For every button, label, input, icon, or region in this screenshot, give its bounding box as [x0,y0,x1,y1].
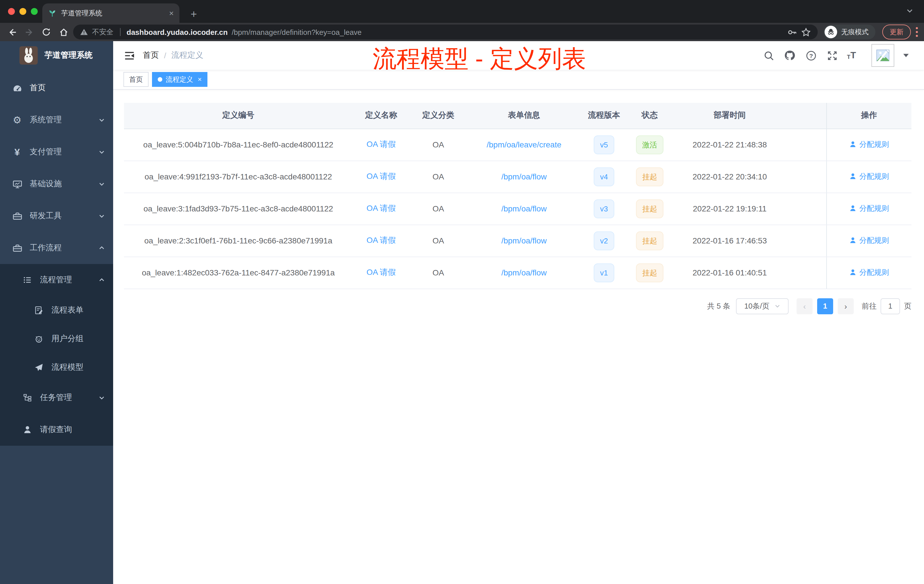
form-link[interactable]: /bpm/oa/flow [502,236,547,245]
tag-home[interactable]: 首页 [124,72,148,87]
user-icon [849,173,856,180]
cell-deploy-time: 2022-01-22 19:19:11 [673,193,787,224]
next-page-button[interactable]: › [838,298,854,314]
cell-spacer [787,160,826,193]
sidebar-item-process-form[interactable]: 流程表单 [0,296,113,325]
browser-window: 芋道管理系统 × + 不安全 dashboard.yudao.iocoder.c… [0,0,924,584]
browser-menu-icon[interactable] [916,27,918,37]
sidebar-item-label: 支付管理 [30,147,62,157]
definition-name-link[interactable]: OA 请假 [366,172,396,181]
user-icon [849,205,856,212]
tag-process-definition[interactable]: 流程定义 × [152,72,208,87]
assign-rule-button[interactable]: 分配规则 [849,236,889,246]
table-row: oa_leave:4:991f2193-7b7f-11ec-a3c8-acde4… [124,160,911,193]
new-tab-button[interactable]: + [186,8,201,21]
sidebar-item-leave-query[interactable]: 请假查询 [0,414,113,446]
overlay-annotation-title: 流程模型 - 定义列表 [373,46,586,72]
sidebar-item-home[interactable]: 首页 [0,72,113,104]
definition-name-link[interactable]: OA 请假 [366,203,396,213]
sidebar-item-user-group[interactable]: 用户分组 [0,325,113,353]
sidebar-menu: 首页 ⚙ 系统管理 ¥ 支付管理 基础设施 [0,70,113,446]
form-link[interactable]: /bpm/oa/flow [502,172,547,181]
table-row: oa_leave:5:004b710b-7b8a-11ec-8ef0-acde4… [124,129,911,160]
form-link[interactable]: /bpm/oa/leave/create [487,140,561,149]
sidebar-item-label: 流程表单 [51,305,83,315]
breadcrumb-separator: / [164,51,166,60]
app-title: 芋道管理系统 [45,50,92,61]
chevron-up-icon [98,244,105,251]
page-number-current[interactable]: 1 [817,298,833,314]
chevron-up-icon [98,277,105,284]
sidebar-item-task-management[interactable]: 任务管理 [0,382,113,414]
sidebar-item-dev-tools[interactable]: 研发工具 [0,200,113,232]
sidebar-item-process-model[interactable]: 流程模型 [0,353,113,382]
cell-deploy-time: 2022-01-16 17:46:53 [673,224,787,257]
cell-definition-id: oa_leave:3:1fad3d93-7b75-11ec-a3c8-acde4… [124,193,353,224]
assign-rule-button[interactable]: 分配规则 [849,139,889,150]
form-link[interactable]: /bpm/oa/flow [502,268,547,277]
column-header: 部署时间 [673,103,787,129]
cell-spacer [787,129,826,160]
cell-category: OA [410,193,467,224]
status-badge: 挂起 [636,231,663,250]
github-icon[interactable] [784,49,796,62]
column-header: 定义编号 [124,103,353,129]
table-row: oa_leave:2:3c1f0ef1-76b1-11ec-9c66-a2380… [124,224,911,257]
paper-plane-icon [33,363,45,372]
definition-name-link[interactable]: OA 请假 [366,236,396,244]
close-window-button[interactable] [8,8,15,15]
back-icon[interactable] [5,25,20,40]
sidebar-item-label: 请假查询 [40,425,72,435]
form-link[interactable]: /bpm/oa/flow [502,204,547,213]
column-header: 流程版本 [581,103,627,129]
app-logo[interactable]: 芋道管理系统 [0,41,113,70]
forward-icon[interactable] [22,25,36,40]
font-size-icon[interactable]: TT [847,51,856,60]
fullscreen-icon[interactable] [826,49,838,62]
cell-deploy-time: 2022-01-22 20:34:10 [673,160,787,193]
page-unit-label: 页 [904,301,911,311]
collapse-sidebar-icon[interactable] [119,45,139,66]
assign-rule-button[interactable]: 分配规则 [849,172,889,182]
tab-title: 芋道管理系统 [61,8,165,18]
password-key-icon[interactable] [787,27,797,37]
chevron-down-icon [98,213,105,219]
avatar-caret-down-icon[interactable] [903,53,909,58]
zoom-window-button[interactable] [31,8,38,15]
version-badge: v4 [594,167,614,186]
column-header: 定义名称 [353,103,410,129]
bookmark-star-icon[interactable] [801,27,811,37]
toolbox-icon [12,243,23,253]
assign-rule-button[interactable]: 分配规则 [849,203,889,214]
browser-tab[interactable]: 芋道管理系统 × [42,3,180,23]
sidebar-item-payment[interactable]: ¥ 支付管理 [0,136,113,168]
goto-page-input[interactable]: 1 [881,298,900,314]
browser-update-button[interactable]: 更新 [882,25,911,40]
column-header-spacer [787,103,826,129]
definition-name-link[interactable]: OA 请假 [366,139,396,148]
close-tag-icon[interactable]: × [198,76,202,83]
logo-image [20,46,38,64]
close-tab-icon[interactable]: × [169,9,174,17]
tab-search-chevron-icon[interactable] [906,7,914,15]
sidebar-item-workflow[interactable]: 工作流程 [0,232,113,264]
help-question-icon[interactable]: ? [805,49,817,62]
minimize-window-button[interactable] [20,8,26,15]
sidebar-item-process-management[interactable]: 流程管理 [0,264,113,296]
column-header: 状态 [627,103,673,129]
status-badge: 挂起 [636,199,663,218]
page-size-select[interactable]: 10条/页 [736,298,789,314]
avatar[interactable] [871,44,894,67]
prev-page-button[interactable]: ‹ [797,298,813,314]
search-icon[interactable] [762,49,775,62]
sidebar-item-system[interactable]: ⚙ 系统管理 [0,104,113,136]
home-icon[interactable] [56,25,71,40]
assign-rule-button[interactable]: 分配规则 [849,267,889,278]
reload-icon[interactable] [39,25,54,40]
cell-definition-id: oa_leave:2:3c1f0ef1-76b1-11ec-9c66-a2380… [124,224,353,257]
user-icon [849,141,856,148]
definition-name-link[interactable]: OA 请假 [366,267,396,277]
address-bar[interactable]: 不安全 dashboard.yudao.iocoder.cn/bpm/manag… [73,25,818,40]
sidebar-item-infrastructure[interactable]: 基础设施 [0,168,113,200]
breadcrumb-home[interactable]: 首页 [143,50,159,61]
